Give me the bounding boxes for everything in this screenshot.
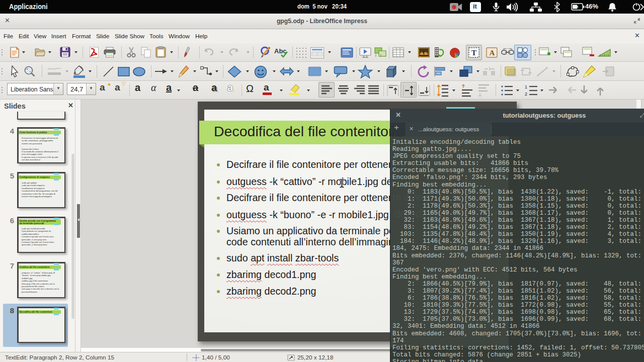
svg-text:+: + xyxy=(26,67,28,71)
svg-text:2: 2 xyxy=(525,92,527,97)
svg-text:Abc: Abc xyxy=(274,47,287,55)
svg-text:T: T xyxy=(471,49,476,57)
svg-text:1: 1 xyxy=(525,84,527,89)
svg-text:−: − xyxy=(29,70,31,73)
svg-text:A: A xyxy=(490,49,495,57)
